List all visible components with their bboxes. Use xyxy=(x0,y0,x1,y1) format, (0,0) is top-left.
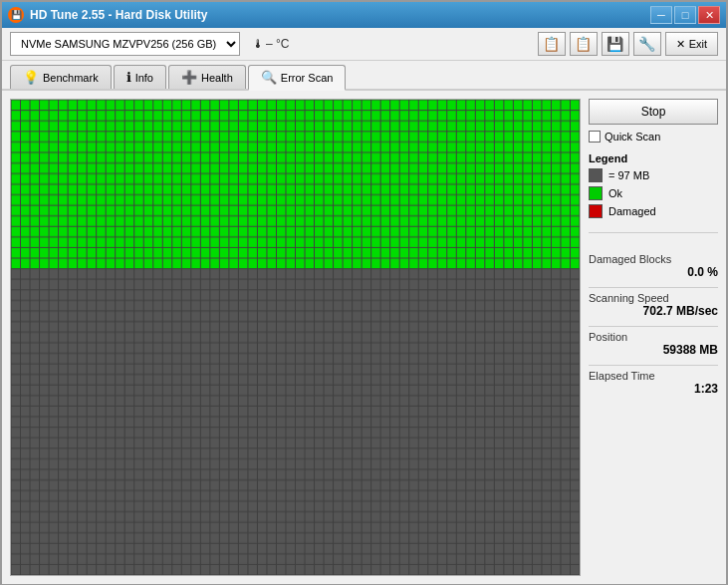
stat-elapsed-time: Elapsed Time 1:23 xyxy=(589,370,718,396)
legend-item-ok: Ok xyxy=(589,186,718,200)
elapsed-time-label: Elapsed Time xyxy=(589,370,718,382)
drive-selector[interactable]: NVMe SAMSUNG MZVPV256 (256 GB) xyxy=(10,32,240,56)
health-icon: ➕ xyxy=(181,70,197,85)
tab-bar: 💡 Benchmark ℹ Info ➕ Health 🔍 Error Scan xyxy=(2,61,726,91)
toolbar-icons: 📋 📋 💾 🔧 ✕ Exit xyxy=(538,32,718,56)
tab-info[interactable]: ℹ Info xyxy=(114,65,166,89)
stats-section: Damaged Blocks 0.0 % Scanning Speed 702.… xyxy=(589,253,718,404)
tab-error-scan[interactable]: 🔍 Error Scan xyxy=(248,65,347,91)
legend-gray-swatch xyxy=(589,168,603,182)
scanning-speed-value: 702.7 MB/sec xyxy=(589,304,718,318)
exit-icon: ✕ xyxy=(676,38,685,51)
app-icon: 💾 xyxy=(8,7,24,23)
info-icon: ℹ xyxy=(126,70,131,85)
tab-benchmark-label: Benchmark xyxy=(43,72,99,84)
divider-2 xyxy=(589,287,718,288)
legend-ok-label: Ok xyxy=(608,187,622,199)
window-title: HD Tune 2.55 - Hard Disk Utility xyxy=(30,8,207,22)
main-content: Stop Quick Scan Legend = 97 MB Ok Damage… xyxy=(2,91,726,584)
divider-1 xyxy=(589,232,718,233)
position-label: Position xyxy=(589,331,718,343)
copy2-button[interactable]: 📋 xyxy=(570,32,598,56)
minimize-button[interactable]: ─ xyxy=(650,6,672,24)
tab-health[interactable]: ➕ Health xyxy=(168,65,246,89)
legend-damaged-label: Damaged xyxy=(608,205,656,217)
legend-section: Legend = 97 MB Ok Damaged xyxy=(589,152,718,222)
exit-button[interactable]: ✕ Exit xyxy=(665,32,718,56)
error-scan-icon: 🔍 xyxy=(261,70,277,85)
divider-4 xyxy=(589,365,718,366)
elapsed-time-value: 1:23 xyxy=(589,382,718,396)
thermometer-icon: 🌡 xyxy=(252,37,264,51)
window-controls: ─ □ ✕ xyxy=(650,6,720,24)
exit-label: Exit xyxy=(689,38,707,50)
close-button[interactable]: ✕ xyxy=(698,6,720,24)
quick-scan-label: Quick Scan xyxy=(605,131,660,143)
benchmark-icon: 💡 xyxy=(23,70,39,85)
scan-canvas xyxy=(11,100,580,575)
title-bar: 💾 HD Tune 2.55 - Hard Disk Utility ─ □ ✕ xyxy=(2,2,726,28)
stop-button[interactable]: Stop xyxy=(589,99,718,125)
scanning-speed-label: Scanning Speed xyxy=(589,292,718,304)
temp-value: – °C xyxy=(266,37,289,51)
stat-scanning-speed: Scanning Speed 702.7 MB/sec xyxy=(589,292,718,318)
restore-button[interactable]: □ xyxy=(674,6,696,24)
legend-green-swatch xyxy=(589,186,603,200)
settings-button[interactable]: 🔧 xyxy=(633,32,661,56)
damaged-blocks-value: 0.0 % xyxy=(589,265,718,279)
legend-item-damaged: Damaged xyxy=(589,204,718,218)
quick-scan-row: Quick Scan xyxy=(589,131,718,143)
legend-red-swatch xyxy=(589,204,603,218)
sidebar: Stop Quick Scan Legend = 97 MB Ok Damage… xyxy=(589,99,718,576)
temperature-display: 🌡 – °C xyxy=(244,37,297,51)
legend-item-block-size: = 97 MB xyxy=(589,168,718,182)
stat-position: Position 59388 MB xyxy=(589,331,718,357)
tab-health-label: Health xyxy=(201,72,233,84)
position-value: 59388 MB xyxy=(589,343,718,357)
legend-title: Legend xyxy=(589,152,718,164)
main-window: 💾 HD Tune 2.55 - Hard Disk Utility ─ □ ✕… xyxy=(0,0,728,585)
copy-button[interactable]: 📋 xyxy=(538,32,566,56)
tab-error-scan-label: Error Scan xyxy=(281,72,334,84)
toolbar-left: NVMe SAMSUNG MZVPV256 (256 GB) 🌡 – °C xyxy=(10,32,297,56)
tab-info-label: Info xyxy=(135,72,153,84)
divider-3 xyxy=(589,326,718,327)
save-button[interactable]: 💾 xyxy=(602,32,629,56)
stat-damaged-blocks: Damaged Blocks 0.0 % xyxy=(589,253,718,279)
tab-benchmark[interactable]: 💡 Benchmark xyxy=(10,65,112,89)
toolbar: NVMe SAMSUNG MZVPV256 (256 GB) 🌡 – °C 📋 … xyxy=(2,28,726,61)
legend-block-size-label: = 97 MB xyxy=(608,169,649,181)
quick-scan-checkbox[interactable] xyxy=(589,131,601,143)
scan-area xyxy=(10,99,581,576)
damaged-blocks-label: Damaged Blocks xyxy=(589,253,718,265)
